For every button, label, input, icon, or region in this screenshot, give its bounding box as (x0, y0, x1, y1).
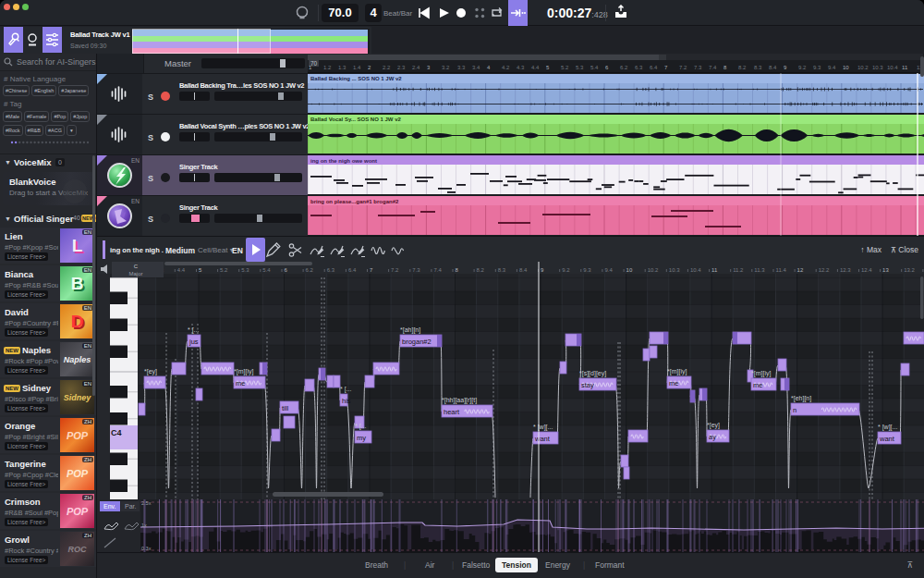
svg-text:2.5x: 2.5x (141, 500, 152, 506)
svg-text:1x: 1x (141, 523, 147, 528)
svg-text:his: his (342, 397, 351, 405)
svg-text:me: me (753, 381, 762, 389)
svg-text:*[s][d][ey]: *[s][d][ey] (579, 370, 606, 377)
svg-text:8.4: 8.4 (519, 267, 528, 273)
svg-text:12.2: 12.2 (819, 267, 830, 273)
svg-text:my: my (357, 434, 366, 442)
svg-text:8.2: 8.2 (477, 267, 485, 273)
svg-text:6.2: 6.2 (306, 267, 314, 273)
svg-text:0.3x: 0.3x (141, 546, 152, 551)
svg-text:Par.: Par. (125, 503, 137, 510)
svg-text:5.3: 5.3 (241, 267, 249, 273)
svg-text:5.4: 5.4 (262, 267, 271, 273)
svg-text:*[hh][aa][r][t]: *[hh][aa][r][t] (442, 397, 477, 404)
svg-text:till: till (282, 404, 288, 412)
svg-text:9.2: 9.2 (562, 267, 570, 273)
svg-text:7.3: 7.3 (412, 267, 420, 273)
svg-text:*[eh][n]: *[eh][n] (791, 395, 811, 402)
svg-text:*[m][iy]: *[m][iy] (667, 368, 687, 375)
svg-text:5.2: 5.2 (220, 267, 228, 273)
svg-text:10.4: 10.4 (690, 267, 701, 273)
svg-text:* [...: * [... (355, 423, 367, 430)
svg-text:10: 10 (626, 267, 633, 273)
svg-text:* [...: * [... (340, 386, 352, 393)
svg-text:*[ey]: *[ey] (144, 368, 157, 375)
svg-text:11.3: 11.3 (754, 267, 765, 273)
svg-text:9.4: 9.4 (604, 267, 613, 273)
svg-text:8.3: 8.3 (498, 267, 506, 273)
svg-text:Ballad Vocal Sy... SOS NO 1 JW: Ballad Vocal Sy... SOS NO 1 JW v2 (310, 117, 401, 122)
svg-text:stay: stay (581, 381, 594, 389)
svg-text:10.2: 10.2 (648, 267, 659, 273)
svg-text:11.4: 11.4 (776, 267, 787, 273)
svg-text:Major: Major (128, 271, 142, 277)
svg-text:*[m][iy]: *[m][iy] (751, 370, 771, 377)
svg-text:6.4: 6.4 (348, 267, 357, 273)
svg-text:13: 13 (882, 267, 889, 273)
svg-text:Env.: Env. (103, 503, 116, 510)
svg-text:want: want (879, 435, 895, 443)
svg-text:brogan#2: brogan#2 (402, 338, 432, 346)
svg-text:11.2: 11.2 (733, 267, 744, 273)
svg-text:C: C (134, 264, 139, 269)
svg-text:C4: C4 (111, 428, 122, 437)
svg-text:*[m][iy]: *[m][iy] (234, 368, 253, 375)
svg-text:*[ey]: *[ey] (707, 422, 720, 429)
svg-text:* [...: * [... (188, 326, 200, 334)
svg-text:want: want (534, 435, 551, 443)
svg-text:ay: ay (709, 433, 716, 441)
svg-text:6.3: 6.3 (327, 267, 335, 273)
svg-text:n: n (793, 406, 796, 414)
svg-text:10.3: 10.3 (669, 267, 680, 273)
svg-text:12.3: 12.3 (840, 267, 851, 273)
svg-text:* [w][...: * [w][... (533, 424, 553, 431)
svg-text:12.4: 12.4 (861, 267, 872, 273)
svg-text:12: 12 (797, 267, 804, 273)
svg-text:11: 11 (711, 267, 718, 273)
svg-text:Ballad Backing ... SOS NO 1 JW: Ballad Backing ... SOS NO 1 JW v2 (310, 76, 402, 81)
svg-text:ing on the nigh owe wont: ing on the nigh owe wont (310, 158, 377, 164)
svg-text:* [w][...: * [w][... (878, 424, 897, 431)
svg-text:me: me (236, 379, 245, 387)
svg-text:*[ah][n]: *[ah][n] (400, 326, 420, 334)
svg-text:4.4: 4.4 (177, 267, 186, 273)
svg-text:9.3: 9.3 (583, 267, 591, 273)
svg-text:7.4: 7.4 (433, 267, 442, 273)
svg-text:7.2: 7.2 (391, 267, 399, 273)
svg-text:jus: jus (188, 338, 199, 346)
svg-text:bring on please...gan#1 brogan: bring on please...gan#1 brogan#2 (310, 199, 399, 204)
svg-text:me: me (669, 379, 678, 387)
svg-text:heart: heart (444, 408, 460, 416)
svg-text:13.2: 13.2 (904, 267, 915, 273)
